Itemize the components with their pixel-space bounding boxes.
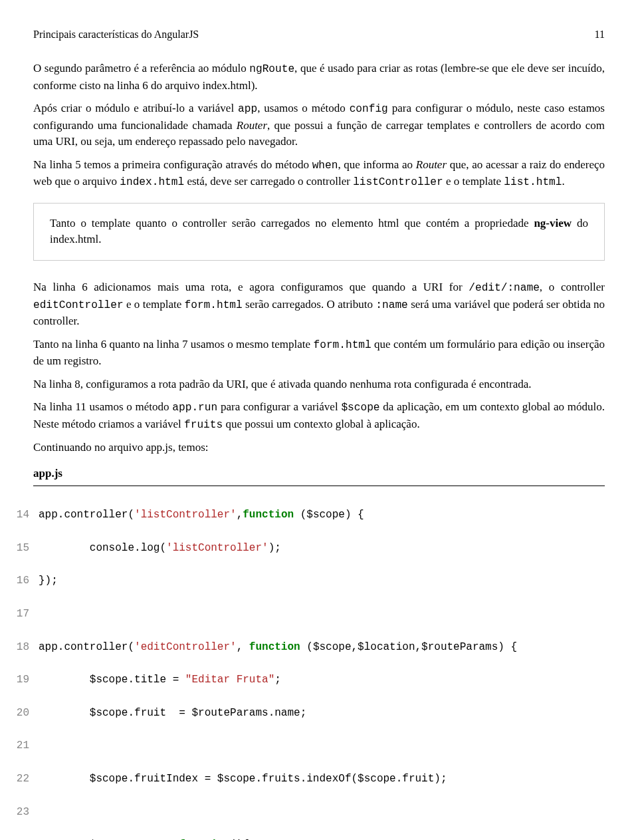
- code-editcontroller: editController: [33, 299, 124, 311]
- note-text: Tanto o template quanto o controller ser…: [50, 215, 588, 248]
- code-block: 14app.controller('listController',functi…: [9, 490, 605, 840]
- paragraph-7: Na linha 11 usamos o método app.run para…: [33, 399, 605, 433]
- code-line-19: 19 $scope.title = "Editar Fruta";: [9, 672, 605, 688]
- code-apprun: app.run: [172, 402, 217, 414]
- code-listcontroller: listController: [353, 176, 443, 188]
- code-line-23: 23: [9, 804, 605, 821]
- page-header: Principais características do AngularJS …: [33, 27, 605, 42]
- code-line-14: 14app.controller('listController',functi…: [9, 507, 605, 523]
- code-filename: app.js: [33, 466, 605, 482]
- code-line-24: 24 $scope.save = function(){: [9, 837, 605, 840]
- code-config: config: [350, 103, 388, 115]
- code-listhtml: list.html: [504, 176, 562, 188]
- code-scope: $scope: [341, 402, 379, 414]
- code-name: :name: [375, 299, 407, 311]
- code-formhtml-2: form.html: [314, 339, 372, 351]
- paragraph-6: Na linha 8, configuramos a rota padrão d…: [33, 376, 605, 393]
- paragraph-8: Continuando no arquivo app.js, temos:: [33, 440, 605, 456]
- code-editname: /edit/:name: [469, 282, 540, 294]
- code-ngroute: ngRoute: [249, 63, 294, 75]
- paragraph-3: Na linha 5 temos a primeira configuração…: [33, 157, 605, 191]
- code-formhtml: form.html: [185, 299, 243, 311]
- code-indexhtml: index.html: [120, 176, 184, 188]
- code-line-20: 20 $scope.fruit = $routeParams.name;: [9, 705, 605, 722]
- paragraph-4: Na linha 6 adicionamos mais uma rota, e …: [33, 279, 605, 329]
- code-divider: [33, 486, 605, 486]
- code-line-18: 18app.controller('editController', funct…: [9, 639, 605, 656]
- code-line-16: 16});: [9, 573, 605, 589]
- code-app: app: [238, 103, 257, 115]
- text-ngview: ng-view: [534, 217, 572, 229]
- code-line-21: 21: [9, 738, 605, 754]
- note-box: Tanto o template quanto o controller ser…: [33, 203, 605, 261]
- header-pageno: 11: [595, 27, 605, 42]
- paragraph-1: O segundo parâmetro é a referência ao mó…: [33, 61, 605, 94]
- code-line-22: 22 $scope.fruitIndex = $scope.fruits.ind…: [9, 771, 605, 787]
- paragraph-5: Tanto na linha 6 quanto na linha 7 usamo…: [33, 337, 605, 370]
- code-when: when: [312, 160, 338, 172]
- header-title: Principais características do AngularJS: [33, 27, 199, 42]
- text-router: Router: [237, 119, 267, 132]
- code-fruits: fruits: [184, 419, 223, 431]
- paragraph-2: Após criar o módulo e atribuí-lo a variá…: [33, 100, 605, 150]
- code-line-15: 15 console.log('listController');: [9, 540, 605, 557]
- code-line-17: 17: [9, 606, 605, 623]
- text-router-2: Router: [416, 158, 447, 171]
